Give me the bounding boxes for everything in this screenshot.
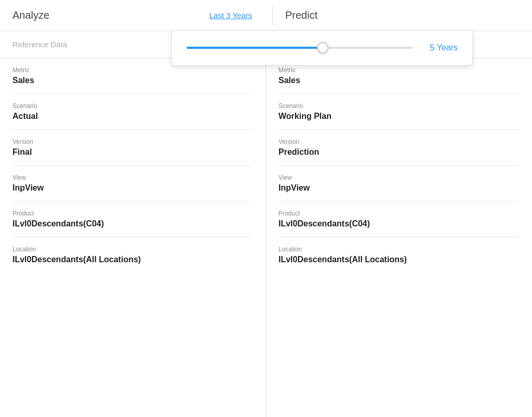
slider-track-container[interactable] <box>187 46 413 49</box>
slider-thumb[interactable] <box>317 42 328 53</box>
field-label: Metric <box>278 66 520 74</box>
left-field-group: ProductILvl0Descendants(C04) <box>12 201 253 237</box>
field-label: Scenario <box>12 102 253 110</box>
field-label: Location <box>278 246 520 253</box>
field-value: Final <box>12 147 253 157</box>
field-label: Product <box>12 210 253 217</box>
right-column: MetricSalesScenarioWorking PlanVersionPr… <box>266 58 532 417</box>
right-field-group: LocationILvl0Descendants(All Locations) <box>278 237 520 273</box>
field-value: InpView <box>278 183 520 193</box>
field-label: View <box>278 174 520 181</box>
analyze-title: Analyze <box>12 9 189 21</box>
main-container: Analyze Last 3 Years Predict 5 Years Ref… <box>0 0 532 417</box>
columns-container: MetricSalesScenarioActualVersionFinalVie… <box>0 58 532 417</box>
left-column: MetricSalesScenarioActualVersionFinalVie… <box>0 58 266 417</box>
left-field-group: ScenarioActual <box>12 94 253 130</box>
last3years-link[interactable]: Last 3 Years <box>189 11 272 20</box>
slider-track-fill <box>187 47 323 49</box>
predict-title: Predict <box>273 9 520 21</box>
field-label: Metric <box>12 66 253 74</box>
field-value: Working Plan <box>278 112 520 121</box>
field-label: View <box>12 174 253 181</box>
field-label: Scenario <box>278 102 520 110</box>
left-field-group: VersionFinal <box>12 130 253 166</box>
field-label: Location <box>12 246 253 253</box>
field-value: Actual <box>12 112 253 121</box>
slider-label: 5 Years <box>421 43 458 52</box>
field-label: Version <box>278 138 520 145</box>
field-value: Sales <box>12 76 253 85</box>
field-label: Version <box>12 138 253 145</box>
field-value: Prediction <box>278 147 520 157</box>
field-value: Sales <box>278 76 520 85</box>
right-field-group: ProductILvl0Descendants(C04) <box>278 201 520 237</box>
left-field-group: LocationILvl0Descendants(All Locations) <box>12 237 253 273</box>
left-field-group: ViewInpView <box>12 166 253 201</box>
right-field-group: ScenarioWorking Plan <box>278 94 520 130</box>
reference-data-label: Reference Data <box>12 40 67 49</box>
right-field-group: ViewInpView <box>278 166 520 201</box>
header-row: Analyze Last 3 Years Predict <box>0 0 532 31</box>
field-value: ILvl0Descendants(All Locations) <box>12 255 253 264</box>
field-value: ILvl0Descendants(C04) <box>278 219 520 228</box>
field-value: ILvl0Descendants(C04) <box>12 219 253 228</box>
right-field-group: VersionPrediction <box>278 130 520 166</box>
field-value: ILvl0Descendants(All Locations) <box>278 255 520 264</box>
field-label: Product <box>278 210 520 217</box>
slider-popup: 5 Years <box>171 30 473 65</box>
field-value: InpView <box>12 183 253 193</box>
